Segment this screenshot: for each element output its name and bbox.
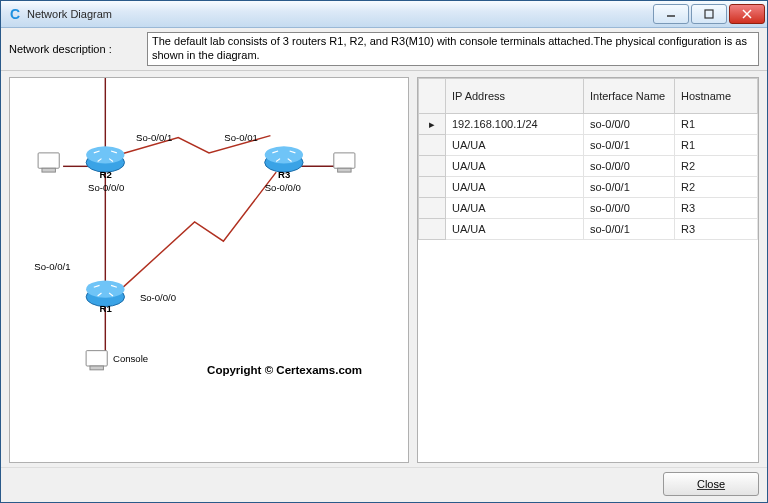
description-row: Network description : The default lab co… <box>1 28 767 71</box>
svg-text:So-0/0/1: So-0/0/1 <box>34 261 70 272</box>
window-title: Network Diagram <box>27 8 651 20</box>
table-empty-area <box>418 240 758 462</box>
cell-interface[interactable]: so-0/0/1 <box>584 219 675 240</box>
router-r2: R2 So-0/0/0 So-0/0/1 <box>86 132 172 193</box>
table-row[interactable]: UA/UAso-0/0/0R3 <box>419 198 758 219</box>
terminal-right <box>334 153 355 172</box>
svg-rect-26 <box>334 153 355 168</box>
cell-interface[interactable]: so-0/0/1 <box>584 177 675 198</box>
cell-hostname[interactable]: R3 <box>675 219 758 240</box>
cell-hostname[interactable]: R1 <box>675 135 758 156</box>
table-row[interactable]: UA/UAso-0/0/1R1 <box>419 135 758 156</box>
cell-ip[interactable]: UA/UA <box>446 177 584 198</box>
table-panel: IP Address Interface Name Hostname ▸192.… <box>417 77 759 463</box>
close-button[interactable]: Close <box>663 472 759 496</box>
window: C Network Diagram Network description : … <box>0 0 768 503</box>
router-r3: R3 So-0/0/0 So-0/01 <box>224 132 303 193</box>
network-diagram: R2 So-0/0/0 So-0/0/1 R3 So-0/0/0 So-0/01 <box>10 78 408 462</box>
cell-interface[interactable]: so-0/0/0 <box>584 198 675 219</box>
cell-hostname[interactable]: R2 <box>675 177 758 198</box>
svg-text:So-0/01: So-0/01 <box>224 132 258 143</box>
table-row[interactable]: ▸192.168.100.1/24so-0/0/0R1 <box>419 114 758 135</box>
description-label: Network description : <box>9 32 139 66</box>
svg-rect-27 <box>338 168 351 172</box>
titlebar[interactable]: C Network Diagram <box>1 1 767 28</box>
svg-text:R1: R1 <box>100 303 113 314</box>
cell-hostname[interactable]: R3 <box>675 198 758 219</box>
row-indicator <box>419 219 446 240</box>
cell-interface[interactable]: so-0/0/0 <box>584 114 675 135</box>
svg-rect-28 <box>86 351 107 366</box>
cell-hostname[interactable]: R2 <box>675 156 758 177</box>
row-indicator <box>419 156 446 177</box>
row-indicator <box>419 177 446 198</box>
svg-text:Console: Console <box>113 353 148 364</box>
svg-point-15 <box>265 146 303 163</box>
cell-ip[interactable]: UA/UA <box>446 156 584 177</box>
address-table[interactable]: IP Address Interface Name Hostname ▸192.… <box>418 78 758 240</box>
table-row[interactable]: UA/UAso-0/0/0R2 <box>419 156 758 177</box>
terminal-console: Console <box>86 351 148 370</box>
svg-rect-1 <box>705 10 713 18</box>
description-text[interactable]: The default lab consists of 3 routers R1… <box>147 32 759 66</box>
svg-rect-25 <box>42 168 55 172</box>
row-selector-header <box>419 79 446 114</box>
svg-point-10 <box>86 146 124 163</box>
cell-ip[interactable]: UA/UA <box>446 219 584 240</box>
col-hostname[interactable]: Hostname <box>675 79 758 114</box>
cell-interface[interactable]: so-0/0/1 <box>584 135 675 156</box>
footer: Close <box>1 467 767 502</box>
app-icon: C <box>7 6 23 22</box>
maximize-button[interactable] <box>691 4 727 24</box>
cell-ip[interactable]: 192.168.100.1/24 <box>446 114 584 135</box>
cell-ip[interactable]: UA/UA <box>446 135 584 156</box>
svg-text:So-0/0/0: So-0/0/0 <box>140 292 176 303</box>
svg-text:R3: R3 <box>278 169 290 180</box>
table-row[interactable]: UA/UAso-0/0/1R2 <box>419 177 758 198</box>
svg-point-20 <box>86 281 124 298</box>
row-indicator: ▸ <box>419 114 446 135</box>
svg-text:So-0/0/0: So-0/0/0 <box>265 182 301 193</box>
svg-rect-24 <box>38 153 59 168</box>
svg-rect-29 <box>90 366 103 370</box>
terminal-left <box>38 153 59 172</box>
svg-text:So-0/0/0: So-0/0/0 <box>88 182 124 193</box>
cell-hostname[interactable]: R1 <box>675 114 758 135</box>
cell-interface[interactable]: so-0/0/0 <box>584 156 675 177</box>
col-interface[interactable]: Interface Name <box>584 79 675 114</box>
diagram-panel: R2 So-0/0/0 So-0/0/1 R3 So-0/0/0 So-0/01 <box>9 77 409 463</box>
minimize-button[interactable] <box>653 4 689 24</box>
col-ip[interactable]: IP Address <box>446 79 584 114</box>
row-indicator <box>419 135 446 156</box>
svg-text:So-0/0/1: So-0/0/1 <box>136 132 172 143</box>
svg-text:R2: R2 <box>100 169 112 180</box>
close-window-button[interactable] <box>729 4 765 24</box>
table-row[interactable]: UA/UAso-0/0/1R3 <box>419 219 758 240</box>
row-indicator <box>419 198 446 219</box>
copyright-text: Copyright © Certexams.com <box>207 364 362 376</box>
cell-ip[interactable]: UA/UA <box>446 198 584 219</box>
